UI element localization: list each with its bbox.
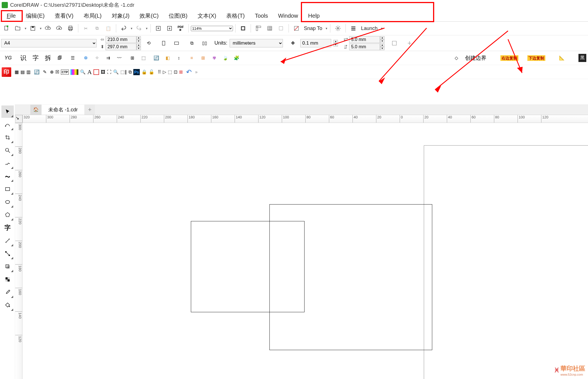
p2-sync-icon[interactable]: 🔄 [34,69,40,75]
document-tab[interactable]: 未命名 -1.cdr [42,105,85,115]
dup-y-input[interactable] [349,43,380,50]
all-pages-icon[interactable]: ⧉ [186,38,197,49]
spin-up[interactable]: ▲ [380,43,385,47]
yg-step-icon[interactable]: ⇉ [103,53,113,63]
yg-bars-orange-icon[interactable]: ≡ [187,53,196,63]
page-size-select[interactable]: A4 [1,39,97,47]
landscape-icon[interactable] [171,38,182,49]
pdf-button[interactable]: PDF▶ [175,23,186,34]
new-button[interactable] [1,23,12,34]
yg-grid-orange-icon[interactable]: ⊞ [198,53,208,63]
yg-arrow-icon[interactable]: ↕ [174,53,184,63]
yg-list-icon[interactable]: ☰ [68,53,77,63]
menu-view[interactable]: 查看(V) [50,11,79,21]
dropshadow-tool[interactable] [1,260,14,273]
p2-dashbox-icon[interactable]: ⊡ [174,69,177,75]
spin-down[interactable]: ▼ [380,47,385,50]
page-frame-icon[interactable] [389,38,400,49]
create-boundary-button[interactable]: 创建边界 [463,53,489,63]
launch-list-icon[interactable] [348,23,359,34]
crop-tool[interactable] [1,131,14,144]
print-button[interactable] [65,23,76,34]
artistic-media-tool[interactable] [1,170,14,182]
p2-expand-icon[interactable]: ⛶ [107,70,111,75]
p2-select-all-icon[interactable]: ⬚ [168,69,172,75]
p2-redbox-icon[interactable] [93,69,99,75]
page-height-input[interactable] [106,43,136,50]
p2-unlock-icon[interactable]: 🔓 [149,69,154,75]
guidelines-icon[interactable] [276,23,286,34]
add-tab-button[interactable]: + [85,105,95,115]
yg-puzzle-icon[interactable]: 🧩 [232,53,241,63]
cloud-up-icon[interactable] [43,23,53,34]
undo-button[interactable] [118,23,129,34]
options-icon[interactable] [333,23,343,34]
rectangle-tool[interactable] [1,183,14,195]
yg-zi[interactable]: 字 [30,53,41,63]
yg-ruler-icon[interactable]: 📐 [557,53,567,63]
p2-barcode-icon[interactable]: ⬚∥ [120,69,127,75]
grid-icon[interactable] [264,23,275,34]
current-page-icon[interactable]: ▯▯ [199,38,210,49]
spin-up[interactable]: ▲ [380,36,385,40]
home-tab-icon[interactable]: 🏠 [30,105,42,115]
badge-copy-right[interactable]: 右边复制 [500,55,518,61]
p2-pencil-icon[interactable]: ✎ [43,69,47,75]
open-dropdown[interactable]: ▼ [24,27,27,30]
yg-marquee-icon[interactable]: ⬚ [139,53,148,63]
freehand-tool[interactable] [1,157,14,169]
menu-layout[interactable]: 布局(L) [79,11,107,21]
p2-crossbox-icon[interactable]: ⊠ [179,69,183,75]
eyedropper-tool[interactable] [1,286,14,298]
units-select[interactable]: millimeters [230,39,283,47]
canvas[interactable] [22,123,588,379]
save-dropdown[interactable]: ▼ [39,27,42,30]
spin-down[interactable]: ▼ [380,40,385,43]
p2-marks-icon[interactable]: ☒ [55,69,59,75]
menu-effect[interactable]: 效果(C) [134,11,164,21]
menu-edit[interactable]: 编辑(E) [21,11,50,21]
menu-help[interactable]: Help [303,12,325,20]
portrait-icon[interactable] [158,38,169,49]
page-width-input[interactable] [106,36,136,43]
paste-button[interactable]: 📋 [103,23,114,34]
transparency-tool[interactable] [1,273,14,286]
vertical-ruler[interactable]: 300280260240220200180160140120 [15,123,22,379]
redo-button[interactable] [134,23,144,34]
p2-cmyk-icon[interactable] [70,69,78,75]
fullscreen-icon[interactable] [238,23,248,34]
p2-eye-zoom-icon[interactable]: 🔍 [113,69,119,75]
nudge-icon[interactable]: ✥ [287,38,298,49]
text-tool[interactable]: 字 [1,222,14,234]
undo-dropdown[interactable]: ▼ [130,27,133,30]
menu-tools[interactable]: Tools [250,12,273,20]
zoom-tool[interactable] [1,144,14,157]
fill-tool[interactable] [1,299,14,311]
spin-down[interactable]: ▼ [136,40,141,43]
snap-dropdown[interactable]: ▼ [325,27,328,30]
p2-duplicate-icon[interactable]: ⧉ [129,70,132,75]
spin-up[interactable]: ▲ [136,36,141,40]
open-button[interactable] [12,23,23,34]
yg-wave-icon[interactable]: 〰 [115,53,124,63]
p2-lock-icon[interactable]: 🔒 [141,69,147,75]
ruler-corner[interactable]: ↘ [15,115,22,123]
spin-up[interactable]: ▲ [333,40,338,43]
p2-ctp-icon[interactable]: CTP [61,70,69,75]
yg-black-badge[interactable]: 黑 [578,54,586,62]
launch-dropdown[interactable]: ▼ [380,27,383,30]
p2-target-icon[interactable]: ⊕ [50,69,54,75]
snap-to-button[interactable]: Snap To [302,26,324,31]
launch-button[interactable]: Launch [359,26,379,31]
cloud-down-icon[interactable] [54,23,65,34]
p2-dots-icon[interactable]: ⠿ [158,69,161,75]
dup-x-input[interactable] [349,36,380,43]
p2-photoshop-icon[interactable]: Ps [133,69,140,75]
zoom-select[interactable]: 114% [191,26,233,31]
nudge-input[interactable] [300,39,331,47]
horizontal-ruler[interactable]: 3203002802602402202001801601401201008060… [22,115,588,123]
snap-off-icon[interactable] [291,23,302,34]
p2-undo-icon[interactable]: ↶ [186,68,192,76]
p2-triangle-icon[interactable]: ▷ [163,69,166,75]
parallel-dim-tool[interactable] [1,235,14,247]
